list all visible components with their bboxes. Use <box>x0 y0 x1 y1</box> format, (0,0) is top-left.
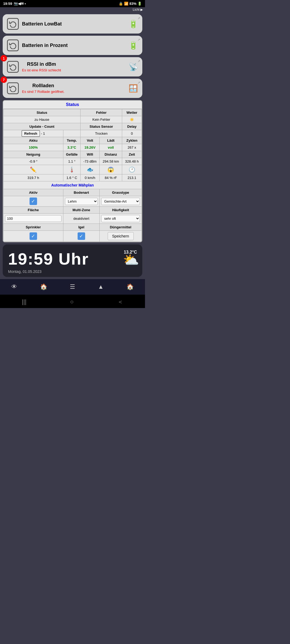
sys-nav-recents[interactable]: ||| <box>22 298 26 305</box>
multizone-header: Multi-Zone <box>63 207 99 214</box>
fehler-val: Kein Fehler <box>81 116 122 123</box>
wifi-val: -73 dBm <box>81 158 100 165</box>
card-content-rollladen: Rollladen Es sind 7 Rolllade geöffnet. <box>22 83 64 94</box>
bodenart-cell[interactable]: Lehm <box>63 196 99 207</box>
sensor-val: Trocken <box>81 130 122 137</box>
card-arrow-icon2: ↗ <box>137 38 140 42</box>
fläche-cell[interactable]: 100 <box>3 214 63 224</box>
top-label: Licht ▶ <box>0 7 145 12</box>
zeit-val: 328.48 h <box>122 158 142 165</box>
fläche-header: Fläche <box>3 207 63 214</box>
card-arrow-rssi: ↗ <box>137 59 140 63</box>
table-row-headers2: Update - Count Status Sensor Delay <box>3 123 142 130</box>
emoji-shocked: 😱 <box>100 165 122 174</box>
speichern-button[interactable]: Speichern <box>108 232 134 240</box>
weather-icon: ⛅ <box>123 253 139 268</box>
status-time: 19:59 <box>3 2 12 6</box>
gefälle-val: 1.1 ° <box>63 158 80 165</box>
nav-up-icon[interactable]: ▲ <box>95 282 107 292</box>
table-row-headers1: Status Fehler Wetter <box>3 109 142 116</box>
temp-val: 3.3°C <box>63 144 80 151</box>
wetter-val: ☀️ <box>122 116 142 123</box>
card-left-batterien-prozent: Batterien in Prozent <box>7 39 68 51</box>
table-row-extra-values: 319.7 h 1.6 ° C 0 km/h 84 % rF 213.1 <box>3 174 142 181</box>
card-arrow-icon: ↗ <box>137 16 140 20</box>
table-row-plan-values1: ✓ Lehm Gemischte-Art <box>3 196 142 207</box>
status-bar-left: 19:59 📷◀✉ • <box>3 2 26 6</box>
card-rssi[interactable]: 1 ↗ RSSI in dBm Es ist eine RSSI schlech… <box>3 57 142 76</box>
sys-nav: ||| ○ ＜ <box>0 295 145 308</box>
clock-widget: 19:59 Uhr Montag, 01.05.2023 13.2°C ⛅ <box>3 244 142 277</box>
grasstype-cell[interactable]: Gemischte-Art <box>100 196 142 207</box>
nav-eye-icon[interactable]: 👁 <box>8 282 20 292</box>
volt-header: Volt <box>81 137 100 144</box>
düngermittel-header: Düngermittel <box>100 224 142 231</box>
nav-home-icon[interactable]: 🏠 <box>37 282 50 292</box>
battery-percent: 83% <box>129 2 136 6</box>
zyklen-header: Zyklen <box>122 137 142 144</box>
refresh-icon2 <box>7 39 19 51</box>
card-left-batterien-lowbat: Batterien LowBat <box>7 18 62 30</box>
clock-time: 19:59 Uhr <box>8 249 137 268</box>
table-row-values1: zu Hause Kein Fehler ☀️ <box>3 116 142 123</box>
akku-header: Akku <box>3 137 63 144</box>
fläche-input[interactable]: 100 <box>5 215 61 222</box>
sys-nav-back[interactable]: ＜ <box>117 298 123 306</box>
distanz-header: Distanz <box>100 151 122 158</box>
rssi-badge: 1 <box>1 55 7 61</box>
sprinkler-checkbox[interactable]: ✓ <box>30 232 37 240</box>
card-left-rssi: RSSI in dBm Es ist eine RSSI schlecht <box>7 61 61 73</box>
emoji-thermo: 🌡️ <box>63 165 80 174</box>
grasstype-select[interactable]: Gemischte-Art <box>101 198 140 205</box>
status-table: Status Fehler Wetter zu Hause Kein Fehle… <box>3 109 142 242</box>
aktiv-checkbox[interactable]: ✓ <box>30 197 37 205</box>
battery-symbol: 🔋 <box>137 2 142 6</box>
card-title-batterien-prozent: Batterien in Prozent <box>22 43 68 48</box>
card-content-batterien-lowbat: Batterien LowBat <box>22 21 62 27</box>
emoji-pencil: ✏️ <box>3 165 63 174</box>
card-batterien-lowbat[interactable]: ↗ Batterien LowBat 🔋 <box>3 14 142 34</box>
nav-bar: 👁 🏠 ☰ ▲ 🏠 <box>0 279 145 295</box>
status-section: Status Status Fehler Wetter zu Hause Kei… <box>3 100 142 242</box>
card-title-rollladen: Rollladen <box>22 83 64 89</box>
neigung-header: Neigung <box>3 151 63 158</box>
extra-v3: 0 km/h <box>81 174 100 181</box>
card-arrow-rollladen: ↗ <box>137 81 140 85</box>
multizone-val: deaktiviert <box>73 217 89 221</box>
speichern-cell[interactable]: Speichern <box>100 231 142 242</box>
refresh-button[interactable]: Refresh <box>21 130 40 137</box>
häufigkeit-select[interactable]: sehr oft <box>101 215 140 222</box>
refresh-icon-rssi <box>7 61 19 73</box>
delay-header: Delay <box>122 123 142 130</box>
häufigkeit-cell[interactable]: sehr oft <box>100 214 142 224</box>
table-row-akku-headers: Akku Temp. Volt Lädt Zyklen <box>3 137 142 144</box>
refresh-icon <box>7 18 19 30</box>
table-row-neigung-values: -0.9 ° 1.1 ° -73 dBm 294.58 km 328.48 h <box>3 158 142 165</box>
volt-val: 19.26V <box>81 144 100 151</box>
count-spacer <box>63 130 80 137</box>
rollladen-badge: 7 <box>1 76 7 83</box>
battery-icon: 🔒 📶 <box>119 2 128 6</box>
igel-checkbox[interactable]: ✓ <box>78 232 85 240</box>
gefälle-header: Gefälle <box>63 151 80 158</box>
ladt-val: voll <box>100 144 122 151</box>
card-batterien-prozent[interactable]: ↗ Batterien in Prozent 🔋 <box>3 36 142 55</box>
card-rollladen[interactable]: 7 ↗ Rollladen Es sind 7 Rolllade geöffne… <box>3 79 142 98</box>
sprinkler-header: Sprinkler <box>3 224 63 231</box>
aktiv-cell: ✓ <box>3 196 63 207</box>
battery-icon-lowbat: 🔋 <box>129 20 138 28</box>
nav-home2-icon[interactable]: 🏠 <box>123 282 137 292</box>
nav-menu-icon[interactable]: ☰ <box>67 282 78 292</box>
table-row-emojis: ✏️ 🌡️ 🐟 😱 🕐 <box>3 165 142 174</box>
refresh-button-cell[interactable]: Refresh - 1 <box>3 130 63 137</box>
distanz-val: 294.58 km <box>100 158 122 165</box>
sys-nav-home[interactable]: ○ <box>70 298 74 305</box>
bodenart-select[interactable]: Lehm <box>65 198 98 205</box>
neigung-val: -0.9 ° <box>3 158 63 165</box>
extra-v5: 213.1 <box>122 174 142 181</box>
table-row-plan-headers2: Fläche Multi-Zone Häufigkeit <box>3 207 142 214</box>
extra-v2: 1.6 ° C <box>63 174 80 181</box>
table-row-refresh: Refresh - 1 Trocken 0 <box>3 130 142 137</box>
häufigkeit-header: Häufigkeit <box>100 207 142 214</box>
zeit-header: Zeit <box>122 151 142 158</box>
